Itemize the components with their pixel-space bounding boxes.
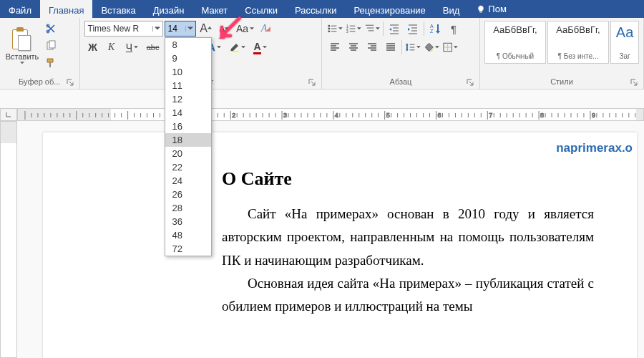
page[interactable]: naprimerax.o О Сайте Сайт «На примерах» … bbox=[43, 132, 637, 358]
increase-indent-button[interactable] bbox=[404, 21, 421, 37]
align-center-button[interactable] bbox=[345, 39, 362, 55]
tab-stop-icon bbox=[5, 111, 12, 118]
pilcrow-icon: ¶ bbox=[451, 23, 457, 35]
svg-text:A: A bbox=[430, 24, 434, 29]
scissors-icon bbox=[45, 23, 57, 34]
italic-button[interactable]: К bbox=[103, 39, 120, 55]
font-size-option[interactable]: 10 bbox=[165, 65, 211, 79]
svg-text:4: 4 bbox=[335, 112, 338, 119]
clipboard-launcher[interactable] bbox=[65, 77, 75, 87]
font-launcher[interactable] bbox=[307, 77, 317, 87]
menu-bar: Файл Главная Вставка Дизайн Макет Ссылки… bbox=[0, 0, 644, 18]
shading-button[interactable] bbox=[423, 39, 440, 55]
svg-point-6 bbox=[328, 28, 330, 30]
caret-up-icon bbox=[208, 26, 212, 31]
font-size-option[interactable]: 16 bbox=[165, 120, 211, 133]
paste-label: Вставить bbox=[6, 52, 39, 61]
align-right-button[interactable] bbox=[364, 39, 381, 55]
font-size-option[interactable]: 26 bbox=[165, 188, 211, 201]
outdent-icon bbox=[389, 23, 400, 34]
line-spacing-button[interactable] bbox=[404, 39, 421, 55]
font-size-option[interactable]: 72 bbox=[165, 242, 211, 256]
menu-insert[interactable]: Вставка bbox=[92, 0, 144, 18]
svg-point-5 bbox=[328, 25, 330, 27]
ribbon: Вставить Буфер об... Times New R bbox=[0, 18, 644, 90]
numbering-button[interactable]: 123 bbox=[345, 21, 362, 37]
underline-button[interactable]: Ч bbox=[122, 39, 143, 55]
svg-text:5: 5 bbox=[386, 112, 390, 119]
copy-button[interactable] bbox=[43, 38, 59, 54]
numbering-icon: 123 bbox=[346, 23, 356, 34]
font-size-option[interactable]: 48 bbox=[165, 228, 211, 242]
group-clipboard-label: Буфер об... bbox=[4, 76, 75, 89]
brush-icon bbox=[45, 57, 57, 69]
font-size-option[interactable]: 9 bbox=[165, 52, 211, 65]
font-size-option[interactable]: 24 bbox=[165, 174, 211, 188]
svg-text:3: 3 bbox=[283, 112, 287, 119]
menu-review[interactable]: Рецензирование bbox=[345, 0, 434, 18]
font-size-option[interactable]: 22 bbox=[165, 160, 211, 174]
ruler-corner[interactable] bbox=[0, 108, 17, 121]
grow-font-button[interactable]: A bbox=[197, 21, 215, 37]
font-size-dropdown: 891011121416182022242628364872 bbox=[165, 37, 212, 256]
paragraph-launcher[interactable] bbox=[465, 77, 475, 87]
menu-file[interactable]: Файл bbox=[0, 0, 40, 18]
vertical-ruler[interactable] bbox=[0, 121, 17, 358]
style-no-spacing[interactable]: АаБбВвГг, ¶ Без инте... bbox=[547, 21, 609, 64]
doc-paragraph: Сайт «На примерах» основан в 2010 году и… bbox=[222, 203, 594, 272]
eraser-icon: ◢ bbox=[265, 25, 270, 32]
justify-icon bbox=[385, 42, 396, 53]
align-left-icon bbox=[329, 42, 341, 53]
font-size-option[interactable]: 36 bbox=[165, 215, 211, 228]
decrease-indent-button[interactable] bbox=[386, 21, 403, 37]
bullets-button[interactable] bbox=[326, 21, 343, 37]
font-size-option[interactable]: 14 bbox=[165, 106, 211, 120]
menu-view[interactable]: Вид bbox=[434, 0, 469, 18]
cut-button[interactable] bbox=[43, 21, 59, 37]
menu-references[interactable]: Ссылки bbox=[236, 0, 286, 18]
font-family-combo[interactable]: Times New R bbox=[84, 21, 163, 37]
chevron-down-icon bbox=[263, 45, 267, 49]
font-size-combo[interactable]: 14 bbox=[165, 21, 196, 37]
font-size-option[interactable]: 8 bbox=[165, 38, 211, 52]
justify-button[interactable] bbox=[382, 39, 399, 55]
paste-button[interactable]: Вставить bbox=[4, 21, 40, 71]
bucket-icon bbox=[424, 42, 434, 53]
tell-me[interactable]: Пом bbox=[468, 0, 507, 18]
group-styles: АаБбВвГг, ¶ Обычный АаБбВвГг, ¶ Без инте… bbox=[480, 18, 644, 89]
format-painter-button[interactable] bbox=[43, 55, 59, 71]
font-size-option[interactable]: 12 bbox=[165, 92, 211, 106]
menu-home[interactable]: Главная bbox=[40, 0, 92, 18]
svg-text:7: 7 bbox=[489, 112, 492, 119]
multilevel-list-button[interactable] bbox=[364, 21, 381, 37]
sort-button[interactable]: AZ bbox=[426, 21, 444, 37]
align-left-button[interactable] bbox=[326, 39, 343, 55]
align-center-icon bbox=[348, 42, 359, 53]
style-name: Заг bbox=[619, 52, 630, 60]
chevron-down-icon bbox=[152, 26, 162, 32]
menu-mailings[interactable]: Рассылки bbox=[286, 0, 345, 18]
styles-launcher[interactable] bbox=[629, 77, 639, 87]
style-sample: Аа bbox=[616, 24, 634, 41]
strikethrough-button[interactable]: abc bbox=[145, 39, 162, 55]
group-clipboard: Вставить Буфер об... bbox=[0, 18, 80, 89]
font-size-option[interactable]: 11 bbox=[165, 79, 211, 92]
font-size-option[interactable]: 20 bbox=[165, 147, 211, 160]
chevron-down-icon bbox=[134, 45, 138, 49]
lightbulb-icon bbox=[477, 5, 485, 14]
chevron-down-icon bbox=[250, 26, 254, 31]
font-color-button[interactable]: A bbox=[250, 39, 271, 55]
bold-button[interactable]: Ж bbox=[84, 39, 102, 55]
font-size-option[interactable]: 18 bbox=[165, 133, 211, 147]
doc-heading: О Сайте bbox=[222, 168, 594, 190]
show-marks-button[interactable]: ¶ bbox=[445, 21, 462, 37]
borders-button[interactable] bbox=[441, 39, 459, 55]
horizontal-ruler[interactable]: 123456789 bbox=[17, 108, 644, 121]
clear-formatting-button[interactable]: A◢ bbox=[258, 21, 275, 37]
tell-me-label: Пом bbox=[488, 4, 507, 14]
document-area: 123456789 naprimerax.o О Сайте Сайт «На … bbox=[0, 90, 644, 358]
menu-design[interactable]: Дизайн bbox=[145, 0, 193, 18]
font-size-option[interactable]: 28 bbox=[165, 201, 211, 215]
style-normal[interactable]: АаБбВвГг, ¶ Обычный bbox=[484, 21, 546, 64]
style-heading[interactable]: Аа Заг bbox=[610, 21, 639, 64]
